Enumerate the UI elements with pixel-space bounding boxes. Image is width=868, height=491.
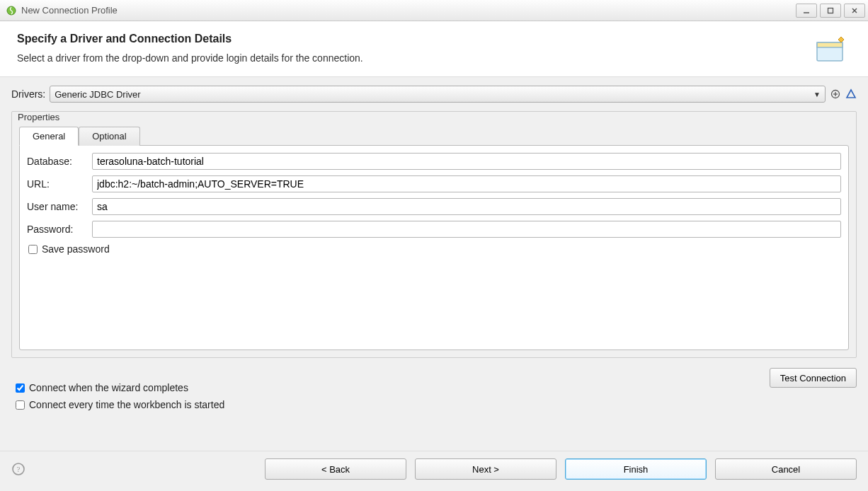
close-button[interactable] bbox=[844, 4, 865, 18]
save-password-checkbox[interactable] bbox=[28, 245, 38, 254]
url-input[interactable] bbox=[92, 175, 841, 192]
tab-general[interactable]: General bbox=[19, 127, 79, 146]
drivers-selected: Generic JDBC Driver bbox=[55, 89, 140, 100]
connect-on-start-label: Connect every time the workbench is star… bbox=[29, 399, 224, 410]
wizard-content: Drivers: Generic JDBC Driver ▼ Propertie… bbox=[0, 77, 868, 416]
drivers-dropdown[interactable]: Generic JDBC Driver ▼ bbox=[50, 86, 826, 103]
lower-options: Connect when the wizard completes Connec… bbox=[11, 378, 227, 416]
database-label: Database: bbox=[27, 156, 92, 167]
username-label: User name: bbox=[27, 201, 92, 212]
minimize-button[interactable] bbox=[796, 4, 817, 18]
properties-fieldset: Properties General Optional Database: UR… bbox=[11, 111, 857, 358]
chevron-down-icon: ▼ bbox=[813, 91, 821, 98]
svg-marker-11 bbox=[847, 90, 855, 98]
connect-on-finish-label: Connect when the wizard completes bbox=[29, 382, 188, 393]
connect-on-finish-checkbox[interactable] bbox=[16, 383, 25, 393]
maximize-button[interactable] bbox=[820, 4, 841, 18]
finish-button[interactable]: Finish bbox=[565, 458, 707, 480]
svg-marker-7 bbox=[838, 37, 844, 42]
save-password-label: Save password bbox=[42, 243, 110, 255]
drivers-row: Drivers: Generic JDBC Driver ▼ bbox=[11, 86, 857, 103]
titlebar: New Connection Profile bbox=[0, 0, 868, 21]
test-connection-button[interactable]: Test Connection bbox=[770, 368, 857, 388]
password-input[interactable] bbox=[92, 221, 841, 238]
password-label: Password: bbox=[27, 224, 92, 235]
back-button[interactable]: < Back bbox=[265, 458, 406, 480]
page-title: Specify a Driver and Connection Details bbox=[17, 33, 363, 45]
page-subtitle: Select a driver from the drop-down and p… bbox=[17, 52, 363, 64]
window-title: New Connection Profile bbox=[21, 5, 796, 16]
svg-rect-2 bbox=[828, 8, 833, 13]
wizard-footer: ? < Back Next > Finish Cancel bbox=[0, 451, 868, 491]
svg-text:?: ? bbox=[17, 465, 21, 473]
database-input[interactable] bbox=[92, 153, 841, 170]
cancel-button[interactable]: Cancel bbox=[715, 458, 857, 480]
wizard-header: Specify a Driver and Connection Details … bbox=[0, 21, 868, 77]
tab-optional[interactable]: Optional bbox=[79, 127, 139, 146]
banner-icon bbox=[813, 33, 847, 67]
svg-rect-6 bbox=[817, 42, 843, 47]
edit-driver-icon[interactable] bbox=[845, 88, 857, 100]
window-controls bbox=[796, 4, 865, 18]
app-icon bbox=[6, 5, 17, 16]
drivers-label: Drivers: bbox=[11, 88, 45, 100]
url-label: URL: bbox=[27, 178, 92, 190]
username-input[interactable] bbox=[92, 198, 841, 215]
connect-on-start-checkbox[interactable] bbox=[16, 400, 25, 410]
tab-panel-general: Database: URL: User name: Password: Save… bbox=[19, 145, 849, 350]
help-icon[interactable]: ? bbox=[11, 462, 25, 476]
next-button[interactable]: Next > bbox=[415, 458, 556, 480]
properties-tabs: General Optional bbox=[19, 127, 849, 146]
new-driver-icon[interactable] bbox=[830, 88, 841, 100]
properties-legend: Properties bbox=[16, 112, 849, 122]
